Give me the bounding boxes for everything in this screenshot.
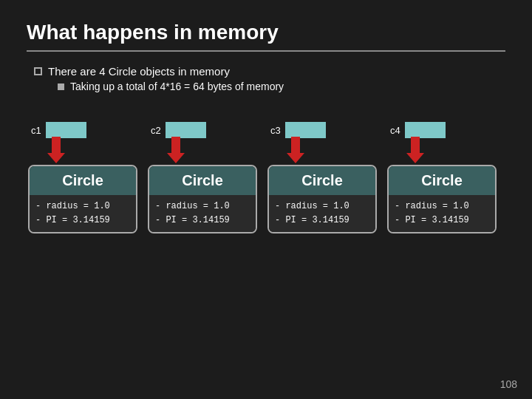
object-box-3: Circle - radius = 1.0 - PI = 3.14159: [267, 165, 377, 233]
arrow-head-1: [47, 153, 65, 163]
object-header-1: Circle: [30, 166, 136, 195]
memory-column-3: c3 Circle - radius = 1.0 - PI = 3.14159: [267, 122, 384, 233]
arrow-container-1: [28, 138, 145, 165]
slide: What happens in memory There are 4 Circl…: [0, 0, 532, 399]
arrow-shaft-1: [52, 137, 61, 153]
arrow-container-3: [267, 138, 384, 165]
memory-column-2: c2 Circle - radius = 1.0 - PI = 3.14159: [148, 122, 265, 233]
arrow-shaft-3: [291, 137, 300, 153]
var-label-c4: c4: [387, 123, 403, 137]
bullet-list: There are 4 Circle objects in memory Tak…: [34, 65, 505, 92]
object-body-2: - radius = 1.0 - PI = 3.14159: [149, 195, 256, 232]
object-box-2: Circle - radius = 1.0 - PI = 3.14159: [148, 165, 257, 233]
slide-title: What happens in memory: [27, 21, 505, 52]
var-box-c2: [166, 122, 206, 138]
obj-body-line-1-1: - radius = 1.0: [35, 200, 130, 214]
memory-column-4: c4 Circle - radius = 1.0 - PI = 3.14159: [387, 122, 504, 233]
obj-body-line-2-2: - PI = 3.14159: [155, 214, 250, 228]
arrow-container-2: [148, 138, 265, 165]
var-label-row-3: c3: [267, 122, 384, 138]
var-label-c1: c1: [28, 123, 44, 137]
var-box-c4: [405, 122, 446, 138]
var-label-row-2: c2: [148, 122, 265, 138]
bullet-item-1: There are 4 Circle objects in memory: [34, 65, 505, 78]
obj-body-line-4-1: - radius = 1.0: [395, 200, 489, 214]
sub-bullet-icon: [58, 83, 64, 90]
obj-body-line-4-2: - PI = 3.14159: [395, 214, 489, 228]
object-body-3: - radius = 1.0 - PI = 3.14159: [269, 195, 375, 232]
object-header-3: Circle: [269, 166, 375, 195]
obj-body-line-3-2: - PI = 3.14159: [275, 214, 369, 228]
object-header-2: Circle: [149, 166, 256, 195]
var-label-row-1: c1: [28, 122, 145, 138]
arrow-2: [167, 137, 185, 166]
arrow-shaft-4: [411, 137, 420, 153]
object-header-4: Circle: [389, 166, 495, 195]
arrow-shaft-2: [171, 137, 180, 153]
arrow-head-2: [167, 153, 185, 163]
arrow-head-3: [287, 153, 304, 163]
var-label-c3: c3: [267, 123, 284, 137]
arrow-1: [47, 137, 65, 166]
obj-body-line-3-1: - radius = 1.0: [275, 200, 369, 214]
obj-body-line-1-2: - PI = 3.14159: [35, 214, 130, 228]
sub-bullet-list: Taking up a total of 4*16 = 64 bytes of …: [58, 81, 505, 92]
var-box-c1: [46, 122, 86, 138]
object-box-1: Circle - radius = 1.0 - PI = 3.14159: [28, 165, 137, 233]
arrow-4: [406, 137, 424, 166]
memory-column-1: c1 Circle - radius = 1.0 - PI = 3.14159: [28, 122, 145, 233]
var-label-row-4: c4: [387, 122, 504, 138]
arrow-container-4: [387, 138, 504, 165]
var-label-c2: c2: [148, 123, 164, 137]
var-box-c3: [285, 122, 326, 138]
object-box-4: Circle - radius = 1.0 - PI = 3.14159: [387, 165, 497, 233]
arrow-head-4: [406, 153, 424, 163]
sub-bullet-item-1: Taking up a total of 4*16 = 64 bytes of …: [58, 81, 505, 92]
object-body-1: - radius = 1.0 - PI = 3.14159: [30, 195, 136, 232]
object-body-4: - radius = 1.0 - PI = 3.14159: [389, 195, 495, 232]
sub-bullet-text-1: Taking up a total of 4*16 = 64 bytes of …: [70, 81, 284, 92]
bullet-text-1: There are 4 Circle objects in memory: [48, 65, 230, 78]
arrow-3: [287, 137, 304, 166]
memory-diagram: c1 Circle - radius = 1.0 - PI = 3.14159: [27, 122, 505, 233]
page-number: 108: [500, 378, 517, 390]
bullet-icon: [34, 67, 42, 75]
obj-body-line-2-1: - radius = 1.0: [155, 200, 250, 214]
